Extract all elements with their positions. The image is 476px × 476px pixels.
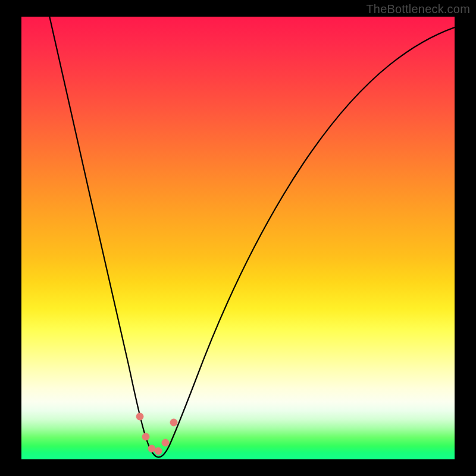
marker-dot (142, 433, 149, 440)
marker-dot (155, 447, 162, 455)
watermark-text: TheBottleneck.com (366, 2, 470, 16)
marker-dot (170, 419, 177, 426)
bottleneck-curve (48, 17, 455, 457)
marker-dot (136, 413, 143, 420)
plot-area (21, 17, 455, 459)
marker-dot (162, 439, 169, 446)
marker-dot (148, 445, 155, 452)
curve-svg (21, 17, 455, 459)
chart-frame: TheBottleneck.com (0, 0, 476, 476)
